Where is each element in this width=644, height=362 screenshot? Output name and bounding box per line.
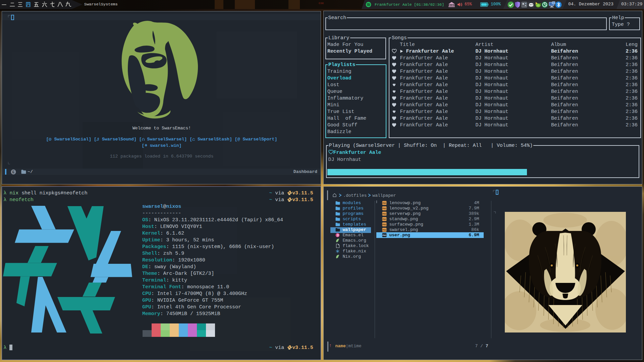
svg-text:PNG: PNG (382, 234, 386, 236)
svg-text:PNG: PNG (382, 218, 386, 220)
svg-text:PNG: PNG (382, 229, 386, 231)
svg-text:PNG: PNG (382, 207, 386, 209)
svg-text:E: E (12, 170, 15, 174)
svg-text:PNG: PNG (382, 202, 386, 204)
svg-text:PNG: PNG (382, 213, 386, 215)
svg-text:PNG: PNG (382, 224, 386, 226)
